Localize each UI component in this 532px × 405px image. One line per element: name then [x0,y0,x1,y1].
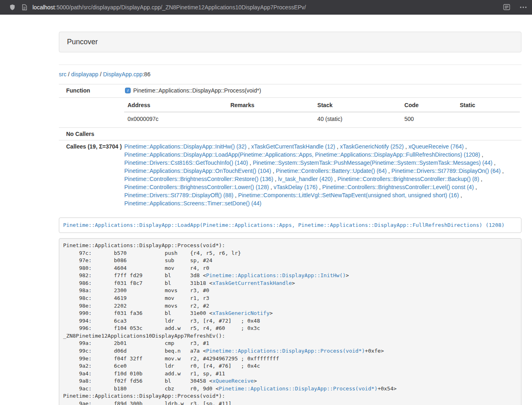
asm-symbol-link[interactable]: xTaskGetCurrentTaskHandle [212,280,292,286]
callee-link[interactable]: Pinetime::Drivers::St7789::DisplayOff() … [124,192,233,198]
callers-row: No Callers [59,128,521,140]
asm-symbol-link[interactable]: xTaskGenericNotify [212,310,269,316]
callees-label: Callees (19, Σ=3704 ) [59,140,123,210]
callee-link[interactable]: Pinetime::Drivers::St7789::DisplayOn() (… [392,168,501,174]
brand-panel: Puncover [59,32,521,52]
callee-link[interactable]: Pinetime::Applications::Screens::Timer::… [124,200,261,207]
callee-link[interactable]: Pinetime::Controllers::BrightnessControl… [124,184,269,190]
callee-link[interactable]: xQueueReceive (764) [409,143,464,150]
breadcrumb: src / displayapp / DisplayApp.cpp:86 [59,70,521,79]
function-info-table: Function f Pinetime::Applications::Displ… [59,84,521,209]
stats-value-code: 500 [401,112,457,125]
breadcrumb-link[interactable]: src [59,71,67,78]
stats-value-static [457,112,520,125]
function-row-label: Function [59,84,123,98]
url-path: :5000/path/src/displayapp/DisplayApp.cpp… [55,4,306,11]
stats-header-stack: Stack [314,100,401,112]
stats-value-address: 0x0000097c [124,112,227,125]
callee-link[interactable]: Pinetime::Applications::DisplayApp::OnTo… [124,168,271,174]
menu-icon[interactable] [520,6,527,8]
stats-header-static: Static [457,100,520,112]
callee-link[interactable]: xTaskGetCurrentTaskHandle (12) [251,143,335,150]
callee-link[interactable]: Pinetime::Controllers::BrightnessControl… [322,184,474,190]
table-row: 0x0000097c 40 (static) 500 [124,112,520,125]
asm-symbol-link[interactable]: Pinetime::Applications::DisplayApp::Proc… [206,348,365,354]
bc-sep: / [67,71,71,78]
page-icon[interactable] [22,4,27,11]
reader-view-icon[interactable] [503,4,510,10]
url-host: localhost [32,4,55,11]
function-icon: f [125,87,131,95]
asm-symbol-link[interactable]: xQueueReceive [212,378,254,384]
asm-symbol-link[interactable]: Pinetime::Applications::DisplayApp::Proc… [219,386,377,392]
callees-row: Callees (19, Σ=3704 ) Pinetime::Applicat… [59,140,521,210]
page-content: Puncover src / displayapp / DisplayApp.c… [59,32,521,405]
breadcrumb-link[interactable]: displayapp [71,71,98,78]
stats-header-code: Code [401,100,457,112]
function-row: Function f Pinetime::Applications::Displ… [59,84,521,98]
callee-link[interactable]: lv_task_handler (420) [278,176,333,182]
callee-link[interactable]: Pinetime::Applications::DisplayApp::Init… [124,143,246,150]
callee-link[interactable]: Pinetime::Drivers::Cst816S::GetTouchInfo… [124,159,248,166]
shield-icon[interactable] [9,4,15,11]
asm-symbol-link[interactable]: Pinetime::Applications::DisplayApp::Init… [206,272,346,278]
stats-header-address: Address [124,100,227,112]
callee-link[interactable]: Pinetime::Controllers::BrightnessControl… [337,176,479,182]
callees-list: Pinetime::Applications::DisplayApp::Init… [123,140,521,210]
selected-symbol-link[interactable]: Pinetime::Applications::DisplayApp::Load… [63,222,505,228]
callee-link[interactable]: Pinetime::Applications::DisplayApp::Load… [124,151,480,158]
callee-link[interactable]: Pinetime::System::SystemTask::PushMessag… [253,159,493,166]
callee-link[interactable]: vTaskDelay (176) [274,184,317,190]
function-stats-table: Address Remarks Stack Code Static 0x0000… [124,100,520,125]
disassembly-code: Pinetime::Applications::DisplayApp::Proc… [59,238,521,405]
selected-symbol-box: Pinetime::Applications::DisplayApp::Load… [59,218,521,233]
bc-suffix: :86 [142,71,150,78]
stats-header-remarks: Remarks [227,100,314,112]
callers-label: No Callers [59,128,123,140]
callee-link[interactable]: Pinetime::Controllers::BrightnessControl… [124,176,273,182]
page-title: Puncover [67,38,98,46]
callee-link[interactable]: Pinetime::Components::LittleVgl::SetNewT… [238,192,459,198]
browser-chrome: localhost:5000/path/src/displayapp/Displ… [0,0,532,15]
function-name: Pinetime::Applications::DisplayApp::Proc… [133,87,261,94]
callee-link[interactable]: Pinetime::Controllers::Battery::Update()… [276,168,387,174]
breadcrumb-link[interactable]: DisplayApp.cpp [103,71,142,78]
url-bar[interactable]: localhost:5000/path/src/displayapp/Displ… [32,4,503,11]
stats-value-stack: 40 (static) [314,112,401,125]
bc-sep: / [98,71,103,78]
stats-value-remarks [227,112,314,125]
stats-row: Address Remarks Stack Code Static 0x0000… [59,98,521,128]
divider [59,65,521,65]
callee-link[interactable]: xTaskGenericNotify (252) [340,143,404,150]
